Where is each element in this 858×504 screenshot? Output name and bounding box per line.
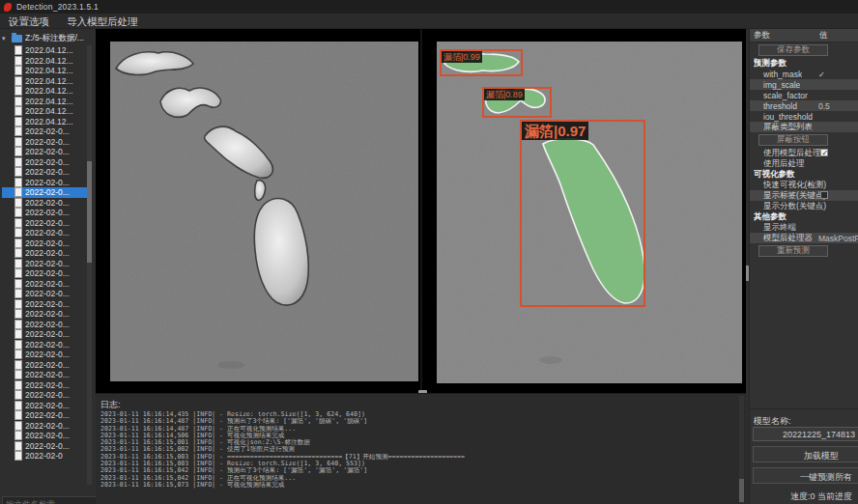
tree-file-label: 2022-02-0... (25, 390, 70, 400)
tree-file-item[interactable]: 2022-02-0... (2, 268, 87, 279)
param-row[interactable]: 保存参数 (758, 44, 828, 56)
param-label: iou_threshold (763, 112, 813, 122)
tree-file-item[interactable]: 2022-02-0... (2, 441, 87, 452)
tree-file-item[interactable]: 2022-02-0... (2, 360, 87, 371)
tree-file-item[interactable]: 2022-02-0... (2, 431, 87, 441)
log-scrollbar[interactable] (739, 396, 744, 503)
tree-file-item[interactable]: 2022-02-0... (2, 320, 87, 330)
tree-file-item[interactable]: 2022.04.12... (2, 97, 87, 107)
file-list-scrollbar[interactable] (87, 45, 92, 485)
param-row[interactable]: img_scale (750, 79, 858, 90)
param-checkbox[interactable] (820, 149, 828, 156)
tree-file-item[interactable]: 2022-02-0 (2, 451, 87, 462)
tree-file-item[interactable]: 2022-02-0... (2, 279, 87, 290)
tree-file-item[interactable]: 2022-02-0... (2, 178, 87, 188)
param-row[interactable]: 使用后处理 (750, 158, 858, 169)
tree-file-label: 2022-02-0... (25, 329, 70, 339)
param-row[interactable]: 使用模型后处理 (750, 148, 858, 158)
tree-file-item[interactable]: 2022-02-0... (2, 259, 87, 269)
tree-folder-root[interactable]: ▾ Z:/5-标注数据/... (2, 33, 84, 43)
tree-file-item[interactable]: 2022-02-0... (2, 309, 87, 320)
param-row[interactable]: iou_threshold (750, 111, 858, 122)
param-row[interactable]: 屏蔽按钮 (758, 134, 828, 146)
tree-file-label: 2022-02-0... (25, 228, 70, 238)
file-icon (14, 45, 22, 55)
tree-file-item[interactable]: 2022-02-0... (2, 401, 87, 411)
param-row[interactable]: 重新预测 (758, 245, 828, 257)
params-header-value: 值 (819, 30, 858, 42)
menu-item-settings[interactable]: 设置选项 (0, 14, 58, 29)
tree-file-item[interactable]: 2022-02-0... (2, 228, 87, 238)
tree-file-item[interactable]: 2022.04.12... (2, 66, 87, 76)
param-row[interactable]: 其他参数 (750, 211, 858, 222)
splitter-handle[interactable] (746, 266, 749, 281)
tree-file-item[interactable]: 2022.04.12... (2, 86, 87, 97)
scrollbar-thumb[interactable] (87, 161, 92, 263)
model-id-field[interactable]: 20221225_174813 (753, 427, 858, 441)
file-icon (14, 56, 22, 66)
param-row[interactable]: 快速可视化(检测) (750, 180, 858, 190)
tree-file-item[interactable]: 2022.04.12... (2, 106, 87, 117)
tree-file-item[interactable]: 2022-02-0... (2, 248, 87, 259)
app-logo-icon (4, 3, 12, 12)
predict-all-button[interactable]: 一键预测所有 (753, 467, 858, 484)
param-row[interactable]: scale_factor (750, 90, 858, 100)
tree-file-label: 2022-02-0 (25, 451, 63, 461)
tree-file-label: 2022-02-0... (25, 187, 70, 197)
tree-file-item[interactable]: 2022-02-0... (2, 137, 87, 148)
param-row[interactable]: 模型后处理器 MaskPostProc (750, 233, 858, 243)
param-row[interactable]: 显示标签(关键点) (750, 190, 858, 201)
param-row[interactable]: 屏蔽类型列表 (750, 122, 858, 132)
menu-item-import-model-postprocess[interactable]: 导入模型后处理 (58, 14, 147, 29)
tree-file-item[interactable]: 2022-02-0... (2, 187, 87, 198)
tree-file-item[interactable]: 2022.04.12... (2, 45, 87, 56)
tree-file-item[interactable]: 2022-02-0... (2, 329, 87, 340)
param-row[interactable]: 预测参数 (750, 58, 858, 69)
param-row[interactable]: with_mask ✓ (750, 69, 858, 79)
param-row[interactable]: 显示分数(关键点) (750, 201, 858, 211)
tree-file-item[interactable]: 2022-02-0... (2, 198, 87, 209)
source-image[interactable] (110, 42, 418, 381)
tree-file-item[interactable]: 2022-02-0... (2, 350, 87, 360)
tree-file-item[interactable]: 2022-02-0... (2, 370, 87, 380)
log-lines: 2023-01-11 16:16:14,435 |INFO| - Resize:… (100, 411, 733, 503)
tree-file-item[interactable]: 2022-02-0... (2, 299, 87, 310)
tree-file-item[interactable]: 2022-02-0... (2, 410, 87, 421)
tree-file-label: 2022-02-0... (25, 218, 70, 228)
speed-progress-text: 速度:0 当前进度 (790, 490, 852, 503)
tree-file-label: 2022-02-0... (25, 259, 70, 268)
log-panel: 日志: 2023-01-11 16:16:14,435 |INFO| - Res… (96, 393, 746, 504)
file-icon (14, 228, 22, 238)
load-model-button[interactable]: 加载模型 (753, 446, 858, 462)
title-bar: Detection_2023.1.5.1 (0, 0, 858, 14)
tree-file-item[interactable]: 2022-02-0... (2, 421, 87, 432)
tree-file-item[interactable]: 2022-02-0... (2, 147, 87, 157)
tree-file-item[interactable]: 2022-02-0... (2, 218, 87, 229)
tree-file-item[interactable]: 2022-02-0... (2, 157, 87, 168)
tree-file-item[interactable]: 2022-02-0... (2, 208, 87, 218)
tree-file-item[interactable]: 2022-02-0... (2, 390, 87, 401)
param-value: ✓ (818, 70, 858, 79)
params-panel: 参数 值 保存参数 预测参数 with_mask ✓ (749, 29, 858, 504)
param-row[interactable]: 显示终端 (750, 222, 858, 233)
file-icon (14, 167, 22, 177)
tree-file-item[interactable]: 2022.04.12... (2, 117, 87, 127)
tree-file-item[interactable]: 2022-02-0... (2, 289, 87, 299)
file-icon (14, 329, 22, 339)
tree-file-item[interactable]: 2022-02-0... (2, 340, 87, 350)
param-row[interactable]: 可视化参数 (750, 169, 858, 180)
tree-file-item[interactable]: 2022-02-0... (2, 380, 87, 391)
scrollbar-thumb[interactable] (739, 479, 744, 502)
tree-file-item[interactable]: 2022.04.12... (2, 76, 87, 87)
filename-search-input[interactable] (2, 496, 97, 504)
file-icon (14, 289, 22, 298)
tree-file-label: 2022-02-0... (25, 268, 70, 278)
tree-file-item[interactable]: 2022.04.12... (2, 56, 87, 67)
tree-file-item[interactable]: 2022-02-0... (2, 167, 87, 178)
app-window: Detection_2023.1.5.1 设置选项 导入模型后处理 ▾ Z:/5… (0, 0, 858, 504)
tree-file-item[interactable]: 2022-02-0... (2, 238, 87, 249)
param-row[interactable]: threshold 0.5 (750, 100, 858, 111)
param-checkbox[interactable] (820, 191, 828, 199)
tree-file-item[interactable]: 2022-02-0... (2, 126, 87, 137)
tree-file-label: 2022.04.12... (25, 106, 73, 116)
